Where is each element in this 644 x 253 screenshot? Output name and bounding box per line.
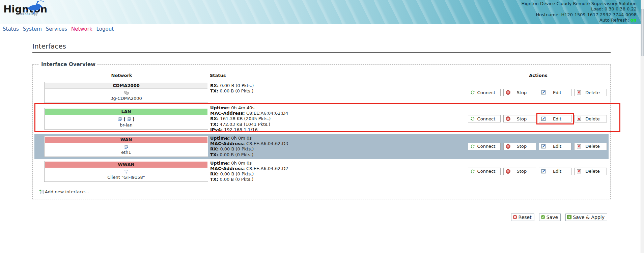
status-line: TX: 0.00 B (0 Pkts.): [210, 177, 468, 182]
network-name-bar: CDMA2000: [45, 83, 207, 89]
delete-button[interactable]: Delete: [574, 89, 607, 96]
auto-refresh-status: on: [631, 18, 637, 23]
page-title: Interfaces: [32, 42, 611, 53]
save-apply-icon: [567, 215, 572, 220]
column-header-status: Status: [209, 73, 468, 78]
connect-icon: [470, 116, 475, 121]
hostname-line: Hostname: H120-1509-1617-2932-7744-0098: [522, 12, 637, 18]
edit-button[interactable]: Edit: [539, 143, 571, 150]
interface-box: WAN eth1: [44, 136, 208, 157]
menu-item-status[interactable]: Status: [3, 26, 19, 32]
stop-button[interactable]: Stop: [503, 168, 536, 175]
scrollbar-thumb[interactable]: [641, 9, 644, 56]
interface-name: Client "GT-I9158": [45, 174, 207, 181]
add-icon: [39, 189, 44, 194]
connect-button[interactable]: Connect: [468, 168, 501, 175]
status-cell: RX: 0.00 B (0 Pkts.) TX: 0.00 B (0 Pkts.…: [209, 81, 468, 104]
add-new-interface-link[interactable]: Add new interface...: [39, 189, 89, 194]
stop-button[interactable]: Stop: [503, 89, 536, 96]
menu-item-services[interactable]: Services: [46, 26, 67, 32]
brand-logo: Hignton technology: [3, 4, 47, 16]
edit-icon: [541, 116, 546, 121]
network-cell: CDMA2000 3g-CDMA2000: [34, 81, 209, 104]
interfaces-table: Network Status Actions CDMA2000 3g-CDMA2…: [34, 71, 609, 184]
hostname-value: H120-1509-1617-2932-7744-0098: [561, 12, 637, 17]
stop-icon: [506, 144, 510, 149]
system-info: Hignton Device Cloudy Remote Supervisory…: [522, 1, 637, 23]
delete-button[interactable]: Delete: [574, 115, 607, 122]
network-cell: LAN ( ) br-lan: [34, 104, 209, 134]
status-line: Uptime: 0h 0m 0s: [210, 136, 468, 141]
edit-icon: [541, 90, 546, 95]
menu-item-logout[interactable]: Logout: [96, 26, 114, 32]
interface-icons: [45, 89, 207, 95]
interface-box: LAN ( ) br-lan: [44, 108, 208, 130]
actions-cell: Connect Stop Edit: [468, 104, 609, 134]
delete-icon: [577, 116, 581, 121]
interface-overview-section: Interface Overview Network Status Action…: [32, 61, 611, 199]
interface-name: 3g-CDMA2000: [45, 95, 207, 102]
interface-icons: [45, 143, 207, 149]
status-line: RX: 161.38 KB (2045 Pkts.): [210, 116, 468, 121]
table-row-cdma2000: CDMA2000 3g-CDMA2000 RX: 0.00 B (0 Pkts.…: [34, 81, 609, 104]
actions-cell: Connect Stop Edit Delete: [468, 81, 609, 104]
save-button[interactable]: Save: [539, 214, 561, 221]
status-line: TX: 0.00 B (0 Pkts.): [210, 88, 468, 94]
network-cell: WAN eth1: [34, 134, 209, 159]
table-header-row: Network Status Actions: [34, 71, 609, 81]
save-icon: [540, 215, 545, 220]
menu-item-system[interactable]: System: [23, 26, 42, 32]
connect-button[interactable]: Connect: [468, 89, 501, 96]
edit-button[interactable]: Edit: [539, 115, 571, 122]
status-line: MAC-Address: C8:EE:A6:04:62:D3: [210, 141, 468, 146]
table-row-lan: LAN ( ) br-lan: [34, 104, 609, 134]
ethernet-icon: [124, 144, 129, 149]
status-line: RX: 0.00 B (0 Pkts.): [210, 146, 468, 152]
stop-button[interactable]: Stop: [503, 143, 536, 150]
edit-button[interactable]: Edit: [539, 168, 571, 175]
save-apply-button[interactable]: Save & Apply: [565, 214, 607, 221]
delete-icon: [577, 169, 581, 174]
gazelle-icon: [22, 0, 46, 16]
stop-icon: [506, 90, 510, 95]
delete-icon: [577, 144, 581, 149]
column-header-actions: Actions: [468, 73, 609, 78]
status-cell: Uptime: 0h 4m 40s MAC-Address: C8:EE:A6:…: [209, 104, 468, 134]
vertical-scrollbar[interactable]: [641, 0, 644, 253]
ethernet-icon: [118, 117, 122, 121]
status-line: MAC-Address: C8:EE:A6:04:62:D2: [210, 166, 468, 171]
network-name-bar: WWAN: [45, 162, 207, 168]
form-footer: Reset Save Save & Apply: [32, 214, 611, 221]
connect-button[interactable]: Connect: [468, 115, 501, 122]
edit-icon: [541, 144, 546, 149]
table-row-wwan: WWAN Client "GT-I9158" Uptime: 0h 0m 0s …: [34, 159, 609, 184]
stop-button[interactable]: Stop: [503, 115, 536, 122]
ethernet-icon: [127, 117, 132, 121]
status-line: TX: 0.00 B (0 Pkts.): [210, 152, 468, 158]
interface-name: eth1: [45, 149, 207, 156]
connect-button[interactable]: Connect: [468, 143, 501, 150]
edit-icon: [541, 169, 546, 174]
menu-item-network[interactable]: Network: [71, 26, 92, 32]
interface-name: br-lan: [45, 122, 207, 129]
actions-cell: Connect Stop Edit Delete: [468, 134, 609, 159]
delete-button[interactable]: Delete: [574, 168, 607, 175]
delete-button[interactable]: Delete: [574, 143, 607, 150]
actions-cell: Connect Stop Edit Delete: [468, 159, 609, 184]
status-line: TX: 472.03 KB (1041 Pkts.): [210, 122, 468, 127]
bridge-paren-close: ): [133, 116, 135, 122]
auto-refresh-line: Auto Refresh: on: [522, 18, 637, 23]
network-name-bar: WAN: [45, 137, 207, 143]
reset-button[interactable]: Reset: [511, 214, 534, 221]
interface-icons: ( ): [45, 115, 207, 122]
main-menu: Status System Services Network Logout: [0, 24, 641, 34]
delete-icon: [577, 90, 581, 95]
interface-icons: [45, 168, 207, 174]
edit-button[interactable]: Edit: [539, 89, 571, 96]
status-line: Uptime: 0h 4m 40s: [210, 105, 468, 111]
modem-3g-icon: [124, 90, 129, 95]
status-line: MAC-Address: C8:EE:A6:04:62:D4: [210, 111, 468, 116]
interface-box: WWAN Client "GT-I9158": [44, 161, 208, 182]
status-cell: Uptime: 0h 0m 0s MAC-Address: C8:EE:A6:0…: [209, 134, 468, 159]
status-line: Uptime: 0h 0m 0s: [210, 161, 468, 166]
